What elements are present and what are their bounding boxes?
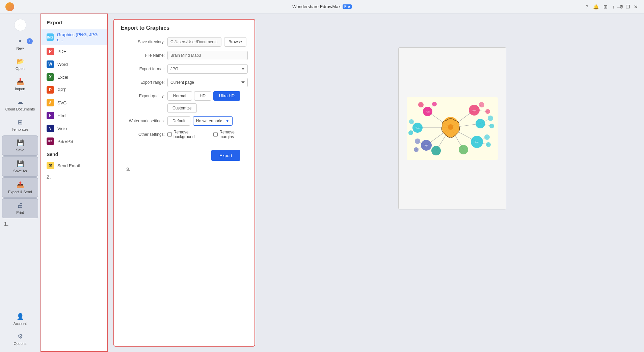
- svg-text:Topic: Topic: [426, 111, 430, 113]
- help-icon[interactable]: ?: [586, 4, 588, 9]
- quality-ultrahd-button[interactable]: Ultra HD: [213, 91, 240, 101]
- export-range-label: Export range:: [121, 80, 165, 85]
- remove-margins-label: Remove margins: [219, 130, 248, 139]
- export-button[interactable]: Export: [211, 150, 240, 161]
- save-icon: 💾: [17, 139, 24, 147]
- svg-point-36: [415, 139, 420, 144]
- pro-badge: Pro: [343, 4, 352, 9]
- preview-area: Topic Topic Topic Topic Topic: [261, 14, 644, 352]
- svg-text:Topic: Topic: [424, 145, 428, 147]
- export-item-send-email[interactable]: ✉ Send Email: [41, 159, 107, 172]
- remove-margins-item[interactable]: Remove margins: [213, 130, 248, 139]
- import-icon: 📥: [17, 78, 24, 85]
- close-button[interactable]: ✕: [633, 4, 639, 9]
- watermark-value: No watermarks: [196, 119, 223, 123]
- sidebar-bottom: 👤 Account ⚙ Options: [0, 309, 40, 349]
- sidebar-item-options[interactable]: ⚙ Options: [2, 329, 38, 349]
- file-name-label: File Name:: [121, 53, 165, 58]
- open-icon: 📂: [17, 58, 24, 65]
- cloud-icon: ☁: [17, 98, 23, 106]
- notification-icon[interactable]: 🔔: [593, 4, 599, 9]
- visio-label: Visio: [57, 126, 67, 131]
- export-item-svg[interactable]: S SVG: [41, 96, 107, 109]
- svg-point-33: [488, 116, 493, 121]
- svg-point-32: [476, 119, 485, 128]
- sidebar-item-import[interactable]: 📥 Import: [2, 75, 38, 94]
- remove-margins-checkbox[interactable]: [213, 132, 218, 137]
- svg-point-30: [409, 119, 414, 124]
- sidebar-item-save[interactable]: 💾 Save: [2, 135, 38, 156]
- customize-button[interactable]: Customize: [167, 103, 197, 113]
- svg-text:Topic: Topic: [475, 141, 479, 143]
- other-settings-label: Other settings:: [121, 132, 165, 137]
- export-range-row: Export range: Current page All pages Sel…: [121, 78, 248, 87]
- watermark-settings-row: Watermark settings: Default No watermark…: [121, 116, 248, 126]
- quality-normal-button[interactable]: Normal: [167, 91, 192, 101]
- html-label: Html: [57, 113, 66, 118]
- main-layout: ← ✦ + New 📂 Open 📥 Import ☁ Cloud Docume…: [0, 14, 644, 352]
- sidebar-save-as-label: Save As: [13, 169, 27, 173]
- pseps-label: PS/EPS: [57, 139, 73, 144]
- sidebar-item-account[interactable]: 👤 Account: [2, 309, 38, 329]
- export-item-excel[interactable]: X Excel: [41, 71, 107, 83]
- dialog-title: Export to Graphics: [121, 25, 248, 31]
- export-item-graphics[interactable]: IMG Graphics (PNG, JPG e...: [41, 29, 107, 45]
- templates-icon: ⊞: [18, 119, 23, 126]
- step-3-label: 3.: [121, 164, 248, 175]
- sidebar-item-save-as[interactable]: 💾 Save As: [2, 156, 38, 177]
- export-quality-label: Export quality:: [121, 94, 165, 98]
- sidebar-import-label: Import: [15, 87, 25, 91]
- export-item-visio[interactable]: V Visio: [41, 122, 107, 135]
- svg-point-39: [484, 134, 490, 140]
- graphics-label: Graphics (PNG, JPG e...: [57, 32, 102, 42]
- mind-map-preview: Topic Topic Topic Topic Topic: [407, 97, 498, 160]
- new-plus-icon[interactable]: +: [27, 38, 33, 44]
- sidebar-print-label: Print: [16, 210, 24, 215]
- word-icon: W: [47, 60, 54, 68]
- svg-point-28: [485, 109, 490, 114]
- options-icon: ⚙: [18, 333, 23, 340]
- excel-icon: X: [47, 73, 54, 81]
- svg-text:Topic: Topic: [415, 127, 420, 129]
- export-item-pdf[interactable]: P PDF: [41, 45, 107, 58]
- sidebar-item-open[interactable]: 📂 Open: [2, 54, 38, 74]
- export-range-select[interactable]: Current page All pages Selected shapes: [167, 78, 248, 87]
- sidebar-item-export[interactable]: 📤 Export & Send: [2, 177, 38, 198]
- export-sidebar: Export IMG Graphics (PNG, JPG e... P PDF…: [41, 14, 108, 352]
- minimize-button[interactable]: —: [617, 4, 622, 9]
- remove-background-checkbox[interactable]: [167, 132, 172, 137]
- word-label: Word: [57, 62, 68, 67]
- svg-point-42: [459, 145, 468, 154]
- watermark-default-button[interactable]: Default: [167, 116, 190, 126]
- window-controls: — ❐ ✕: [617, 4, 639, 9]
- export-format-label: Export format:: [121, 67, 165, 71]
- svg-text:Topic: Topic: [472, 109, 476, 111]
- share-icon[interactable]: ↑: [612, 4, 615, 9]
- export-quality-row: Export quality: Normal HD Ultra HD: [121, 91, 248, 101]
- back-button[interactable]: ←: [14, 19, 26, 31]
- remove-background-item[interactable]: Remove background: [167, 130, 208, 139]
- sidebar-item-templates[interactable]: ⊞ Templates: [2, 115, 38, 135]
- file-name-input[interactable]: [167, 51, 248, 60]
- export-item-ppt[interactable]: P PPT: [41, 83, 107, 96]
- step-2-label: 2.: [41, 172, 107, 182]
- sidebar-item-cloud[interactable]: ☁ Cloud Documents: [2, 95, 38, 115]
- export-item-word[interactable]: W Word: [41, 58, 107, 71]
- pdf-label: PDF: [57, 49, 66, 54]
- quality-hd-button[interactable]: HD: [194, 91, 211, 101]
- grid-icon[interactable]: ⊞: [603, 4, 608, 9]
- export-format-select[interactable]: JPG PNG BMP TIFF GIF: [167, 64, 248, 74]
- watermark-select[interactable]: No watermarks ▼: [193, 116, 233, 126]
- svg-point-22: [448, 124, 453, 130]
- save-directory-input[interactable]: [167, 37, 221, 47]
- sidebar-item-print[interactable]: 🖨 Print: [2, 198, 38, 218]
- sidebar-account-label: Account: [14, 322, 27, 326]
- export-item-pseps[interactable]: PS PS/EPS: [41, 135, 107, 148]
- export-item-html[interactable]: H Html: [41, 109, 107, 122]
- svg-point-24: [418, 102, 424, 107]
- restore-button[interactable]: ❐: [625, 4, 630, 9]
- sidebar-item-new[interactable]: ✦ + New: [2, 34, 38, 54]
- svg-point-37: [414, 147, 419, 152]
- browse-button[interactable]: Browse: [224, 37, 246, 47]
- preview-canvas: Topic Topic Topic Topic Topic: [398, 47, 506, 209]
